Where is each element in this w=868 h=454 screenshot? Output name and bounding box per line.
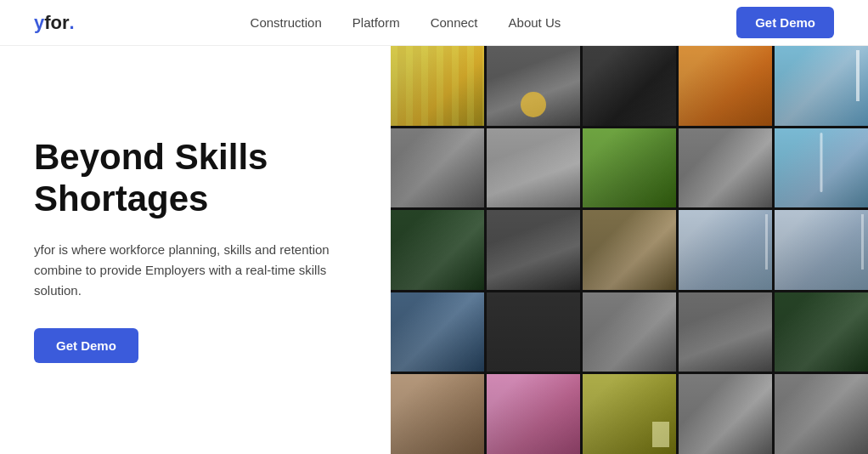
logo-for: for xyxy=(44,12,69,34)
nav-item-about-us[interactable]: About Us xyxy=(509,15,561,30)
grid-cell xyxy=(391,210,484,290)
hero-section: Beyond Skills Shortages yfor is where wo… xyxy=(0,46,391,454)
grid-cell xyxy=(679,374,772,454)
grid-cell xyxy=(391,292,484,372)
grid-cell xyxy=(583,210,676,290)
header-get-demo-button[interactable]: Get Demo xyxy=(736,7,834,38)
grid-cell xyxy=(487,210,580,290)
image-grid xyxy=(391,46,868,454)
hero-get-demo-button[interactable]: Get Demo xyxy=(34,328,138,363)
grid-cell xyxy=(487,374,580,454)
grid-cell xyxy=(391,374,484,454)
grid-cell xyxy=(775,292,868,372)
main-nav: Construction Platform Connect About Us xyxy=(251,15,561,30)
logo[interactable]: yfor. xyxy=(34,12,75,34)
grid-cell xyxy=(679,292,772,372)
hero-description: yfor is where workforce planning, skills… xyxy=(34,240,357,301)
grid-cell xyxy=(679,128,772,208)
logo-y: y xyxy=(34,12,44,34)
grid-cell xyxy=(583,374,676,454)
nav-item-construction[interactable]: Construction xyxy=(251,15,322,30)
grid-cell xyxy=(391,128,484,208)
nav-item-platform[interactable]: Platform xyxy=(352,15,400,30)
header: yfor. Construction Platform Connect Abou… xyxy=(0,0,868,46)
grid-cell xyxy=(775,128,868,208)
grid-cell xyxy=(775,46,868,126)
main-content: Beyond Skills Shortages yfor is where wo… xyxy=(0,46,868,454)
grid-cell xyxy=(583,128,676,208)
grid-cell xyxy=(679,46,772,126)
grid-cell xyxy=(487,292,580,372)
hero-title: Beyond Skills Shortages xyxy=(34,137,357,219)
grid-cell xyxy=(679,210,772,290)
grid-cell xyxy=(775,210,868,290)
grid-cell xyxy=(583,46,676,126)
grid-cell xyxy=(583,292,676,372)
grid-cell xyxy=(487,128,580,208)
nav-item-connect[interactable]: Connect xyxy=(431,15,478,30)
logo-dot: . xyxy=(70,12,75,34)
grid-cell xyxy=(487,46,580,126)
grid-cell xyxy=(775,374,868,454)
grid-cell xyxy=(391,46,484,126)
